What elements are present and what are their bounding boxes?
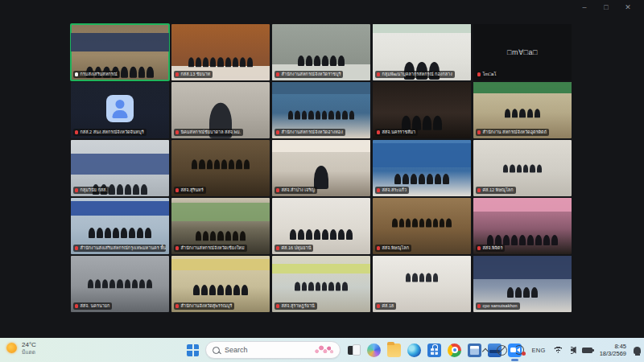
person-silhouette — [295, 111, 299, 119]
participant-tile[interactable]: สสจ.สุราษฎร์ธานี — [272, 256, 370, 312]
participant-label-text: สำนักงานสหกรณ์จังหวัดเชียงใหม่ — [181, 245, 245, 250]
participant-tile[interactable]: สำนักงานจังหวัดสุพรรณบุรี — [171, 256, 270, 312]
person-silhouette — [531, 287, 538, 298]
muted-mic-icon — [175, 304, 179, 308]
battery-icon[interactable] — [582, 348, 592, 353]
participant-tile[interactable]: สสจ.พิษณุโลก — [373, 198, 471, 254]
file-explorer-icon — [387, 343, 401, 357]
participants-silhouettes — [373, 174, 471, 184]
participant-label: สำนักงานจังหวัดสุพรรณบุรี — [174, 302, 234, 310]
meeting-window: – □ ✕ กรมส่งเสริมสหกรณ์กสส.13 ชัยนาทสำนั… — [0, 0, 644, 338]
file-explorer-app-button[interactable] — [387, 343, 401, 357]
person-silhouette — [328, 282, 333, 290]
tray-time: 8:45 — [600, 343, 626, 350]
participant-tile[interactable]: สสจ.สุรินทร์ — [171, 140, 270, 196]
participant-tile[interactable]: สสจ.ลำปาง เจริญ — [272, 140, 370, 196]
participant-tile[interactable]: กรมส่งเสริมสหกรณ์ — [71, 24, 169, 80]
person-silhouette — [433, 274, 438, 282]
participant-label-text: สสจ.สุราษฎร์ธานี — [282, 303, 315, 308]
scene-band — [71, 201, 169, 216]
participant-tile[interactable]: สำนักงานสหกรณ์จังหวัดเชียงใหม่ — [171, 198, 270, 254]
person-silhouette — [322, 56, 328, 66]
edge-icon — [407, 343, 421, 357]
clock[interactable]: 8:45 18/3/2569 — [600, 343, 626, 358]
person-silhouette — [443, 174, 449, 184]
person-silhouette — [109, 279, 115, 289]
person-silhouette — [133, 184, 139, 195]
participant-tile[interactable]: สำนักงาน สหกรณ์จังหวัดอุตรดิตถ์ — [473, 82, 572, 138]
minimize-button[interactable]: – — [580, 2, 589, 12]
wifi-icon[interactable] — [553, 347, 564, 353]
person-silhouette — [435, 174, 441, 184]
participant-tile[interactable]: กลุ่มวินัย กสส. — [71, 140, 169, 196]
person-silhouette — [210, 232, 216, 241]
participant-tile[interactable]: ศส.18 — [373, 256, 471, 312]
participant-label: สสจ.พิจิตร — [476, 245, 505, 252]
participant-label-text: โm□aโ — [483, 72, 497, 76]
person-silhouette — [517, 164, 522, 172]
participant-tile[interactable]: สสจ.นครราชสีมา — [373, 82, 471, 138]
person-silhouette — [316, 111, 320, 119]
camera-off-icon[interactable] — [497, 345, 507, 356]
participant-tile[interactable]: ศส.12 พิษณุโลก — [473, 140, 572, 196]
participant-tile[interactable]: นิคมสหกรณ์ชัยบาดาล สสจ.พบ. — [171, 82, 270, 138]
person-silhouette — [551, 235, 558, 245]
participant-tile[interactable]: สสจ. นครนายก — [71, 256, 169, 312]
person-silhouette — [406, 274, 411, 282]
person-silhouette — [433, 116, 442, 130]
person-silhouette — [141, 184, 147, 195]
person-silhouette — [543, 235, 550, 245]
calculator-icon — [468, 343, 481, 357]
video-grid: กรมส่งเสริมสหกรณ์กสส.13 ชัยนาทสำนักงานสห… — [71, 24, 572, 312]
participants-silhouettes — [71, 228, 169, 238]
participant-tile[interactable]: สสจ.สระแก้ว — [373, 140, 471, 196]
search-input[interactable]: Search — [205, 341, 341, 359]
notification-bell-icon[interactable] — [634, 347, 641, 354]
person-silhouette — [510, 164, 514, 172]
copilot-app-button[interactable] — [367, 343, 381, 357]
language-indicator[interactable]: ENG — [531, 347, 545, 354]
participant-label: cpo samutsakhon — [476, 302, 520, 310]
task-view-app-button[interactable] — [347, 343, 361, 357]
person-silhouette — [440, 219, 444, 227]
participant-tile[interactable]: กสส.13 ชัยนาท — [171, 24, 270, 80]
close-button[interactable]: ✕ — [623, 2, 633, 12]
muted-mic-icon — [377, 246, 380, 250]
microsoft-store-app-button[interactable] — [427, 343, 441, 357]
copilot-icon — [367, 343, 381, 357]
person-silhouette — [527, 235, 534, 245]
participant-tile[interactable]: กลุ่มพัฒนาบุคลากรสหกรณ์ กองกลาง — [373, 24, 471, 80]
person-silhouette — [346, 229, 353, 240]
participant-label: สสจ.นครราชสีมา — [375, 129, 418, 136]
start-button[interactable] — [187, 344, 199, 356]
taskbar-apps: Search — [187, 338, 522, 362]
maximize-button[interactable]: □ — [601, 2, 611, 12]
person-silhouette — [147, 279, 152, 289]
participant-label-text: สสจ.สระแก้ว — [382, 187, 407, 192]
participant-tile[interactable]: สสจ.พิจิตร — [473, 198, 572, 254]
calculator-app-button[interactable] — [468, 343, 481, 357]
sync-pending-icon[interactable] — [514, 345, 524, 355]
participant-tile[interactable]: สำนักงานส่งเสริมสหกรณ์กรุงเทพมหานคร พื้น… — [71, 198, 169, 254]
participant-tile[interactable]: □m∀□a□โm□aโ — [473, 24, 572, 80]
scene-band — [171, 203, 270, 222]
participants-silhouettes — [71, 279, 169, 289]
weather-widget[interactable]: 24°C มีแดด — [6, 341, 36, 355]
hidden-icons-chevron[interactable] — [482, 347, 489, 353]
participant-tile[interactable]: สำนักงานสหกรณ์จังหวัดราชบุรี — [272, 24, 370, 80]
participant-tile[interactable]: cpo samutsakhon — [473, 256, 572, 312]
person-silhouette — [214, 160, 220, 170]
participant-tile[interactable]: กสส.2 สนง.สหกรณ์จังหวัดจันทบุรี — [71, 82, 169, 138]
person-silhouette — [95, 279, 101, 289]
participant-tile[interactable]: สำนักงานสหกรณ์จังหวัดอ่างทอง — [272, 82, 370, 138]
person-silhouette — [511, 235, 518, 245]
participant-tile[interactable]: ศส.16 ปทุมธานี — [272, 198, 370, 254]
person-silhouette — [240, 58, 246, 68]
chrome-app-button[interactable] — [448, 343, 461, 357]
edge-app-button[interactable] — [407, 343, 421, 357]
taskbar: 24°C มีแดด Search ENG 8:45 18/3/2569 — [0, 338, 644, 362]
person-silhouette — [298, 56, 304, 66]
scene-band — [272, 82, 370, 94]
avatar — [106, 95, 134, 122]
volume-icon[interactable] — [571, 347, 575, 354]
